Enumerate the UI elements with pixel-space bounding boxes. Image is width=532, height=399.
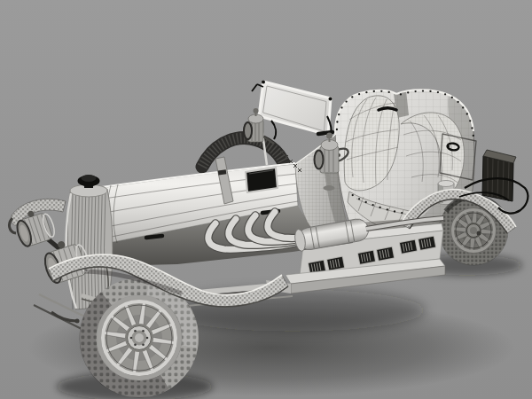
hood-window bbox=[246, 168, 278, 192]
front-wheel bbox=[88, 287, 190, 389]
vintage-car-3d-render bbox=[0, 0, 532, 399]
trunk-box bbox=[482, 150, 516, 201]
render-canvas: Gray-scale 3D wireframe render of an ant… bbox=[0, 0, 532, 399]
